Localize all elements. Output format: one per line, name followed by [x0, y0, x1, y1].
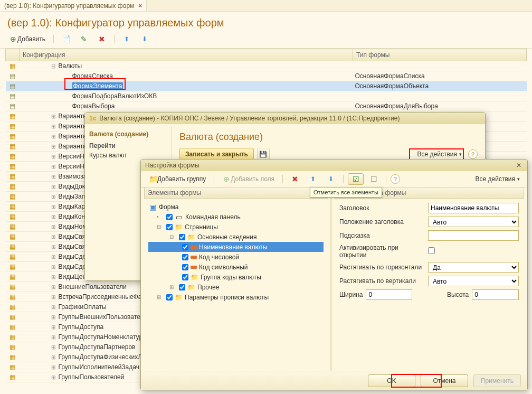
expand-icon[interactable]: ⊞ — [51, 204, 56, 210]
expand-icon[interactable]: ⊞ — [51, 174, 56, 180]
expand-icon[interactable]: ⊞ — [51, 364, 56, 370]
cancel-button[interactable]: Отмена — [421, 374, 468, 387]
tree-checkbox[interactable] — [182, 274, 188, 280]
tree-node-cmd[interactable]: •▭Командная панель — [148, 212, 324, 222]
expand-icon[interactable]: ⊞ — [51, 244, 56, 250]
check-all-button[interactable]: ☑ — [348, 173, 364, 185]
expand-icon[interactable]: ⊞ — [51, 194, 56, 200]
tree-checkbox[interactable] — [182, 264, 188, 270]
prop-stretch-h-select[interactable]: Да — [428, 262, 519, 273]
delete-button[interactable]: ✖ — [94, 33, 110, 45]
expand-icon[interactable]: ⊞ — [51, 354, 56, 360]
table-row[interactable]: ▤ ФормаЭлемента ОсновнаяФормаОбъекта — [6, 81, 527, 91]
tree-node-params[interactable]: ⊞📁Параметры прописи валюты — [148, 292, 324, 302]
expand-icon[interactable]: ⊞ — [51, 124, 56, 129]
copy-button[interactable]: 📄 — [58, 33, 74, 45]
expand-icon[interactable]: ⊞ — [51, 284, 56, 290]
expand-icon[interactable]: ⊞ — [51, 344, 56, 350]
delete-button[interactable]: ✖ — [287, 173, 303, 185]
tree-node-pages[interactable]: ⊟📁Странницы — [148, 222, 324, 232]
row-label: ВидыЗап — [59, 193, 86, 200]
tree-checkbox[interactable] — [179, 234, 185, 240]
expand-icon[interactable]: ⊞ — [51, 264, 56, 270]
prop-activate-checkbox[interactable] — [428, 247, 435, 254]
add-group-button[interactable]: 📁 Добавить группу — [145, 173, 210, 185]
move-down-button[interactable]: ⬇ — [137, 33, 153, 45]
expand-icon[interactable]: ⊞ — [51, 144, 56, 149]
tree-checkbox[interactable] — [182, 244, 188, 250]
expand-icon[interactable]: ⊞ — [51, 304, 56, 310]
tree-checkbox[interactable] — [179, 284, 185, 290]
col-config[interactable]: Конфигурация — [20, 49, 353, 61]
help-icon[interactable]: ? — [468, 149, 478, 159]
add-fields-button[interactable]: ⊕ Добавить поля — [218, 173, 278, 185]
all-actions-dropdown[interactable]: Все действия ▾ — [472, 173, 523, 185]
prop-title-input[interactable] — [428, 203, 519, 213]
tree-checkbox[interactable] — [166, 224, 173, 230]
move-up-button[interactable]: ⬆ — [305, 173, 321, 185]
add-button[interactable]: ⊕ Добавить — [5, 33, 49, 45]
prop-stretch-v-select[interactable]: Авто — [428, 276, 519, 286]
close-icon[interactable]: × — [138, 2, 142, 10]
field-icon — [191, 246, 197, 249]
move-down-button[interactable]: ⬇ — [323, 173, 339, 185]
modal-titlebar[interactable]: Настройка формы ✕ — [141, 160, 527, 171]
move-up-button[interactable]: ⬆ — [119, 33, 135, 45]
row-label: Варианты — [59, 143, 88, 150]
all-actions-dropdown[interactable]: Все действия ▾ — [414, 148, 465, 160]
tree-checkbox[interactable] — [166, 294, 173, 301]
col-type[interactable]: Тип формы — [353, 49, 527, 61]
form-elements-tree[interactable]: ▣Форма •▭Командная панель ⊟📁Странницы ⊟📁… — [144, 199, 328, 305]
prop-height-input[interactable] — [472, 289, 519, 300]
tree-node-code-sym[interactable]: Код символьный — [148, 262, 324, 272]
tree-node-group-codes[interactable]: 📁Группа коды валюты — [148, 272, 324, 282]
tab-configurator[interactable]: (вер 1.0): Конфигуратор управляемых форм… — [0, 0, 147, 11]
expand-icon[interactable]: ⊞ — [51, 334, 56, 340]
table-row[interactable]: ▤ ФормаВыбора ОсновнаяФормаДляВыбора — [6, 101, 527, 111]
close-window-icon[interactable]: ✕ — [515, 162, 523, 169]
uncheck-all-button[interactable]: ☐ — [366, 173, 382, 185]
expand-icon[interactable]: ⊞ — [51, 254, 56, 260]
modal-title-text: Валюта (создание) - КОПИЯ ОПС / Зевеке /… — [99, 115, 400, 122]
tree-node-main[interactable]: ⊟📁Основные сведения — [148, 232, 324, 242]
expand-icon[interactable]: ⊞ — [51, 374, 56, 380]
expand-icon[interactable]: ⊞ — [51, 114, 56, 119]
expand-icon[interactable]: ⊞ — [51, 224, 56, 230]
expand-icon[interactable]: ⊞ — [51, 234, 56, 240]
expand-icon[interactable]: ⊞ — [51, 314, 56, 320]
apply-button[interactable]: Применить — [473, 374, 521, 387]
table-row[interactable]: ▤ ФормаСписка ОсновнаяФормаСписка — [6, 71, 527, 81]
tree-node-form[interactable]: ▣Форма — [148, 202, 324, 212]
prop-titlepos-select[interactable]: Авто — [428, 217, 519, 227]
prop-hint-input[interactable] — [428, 230, 519, 241]
table-row[interactable]: ▤ ФормаПодбораВалютИзОКВ — [6, 91, 527, 101]
expand-icon[interactable]: ⊞ — [51, 294, 56, 300]
ok-button[interactable]: OK — [368, 374, 415, 387]
expand-icon[interactable]: ⊞ — [51, 154, 56, 160]
tree-checkbox[interactable] — [166, 214, 173, 220]
table-row[interactable]: ▦ ⊟Валюты — [6, 61, 527, 71]
expand-icon[interactable]: ⊞ — [51, 214, 56, 220]
tree-node-name[interactable]: Наименование валюты — [148, 242, 324, 252]
check-all-icon: ☑ — [352, 175, 360, 183]
expand-icon[interactable]: ⊞ — [51, 164, 56, 170]
tree-node-other[interactable]: ⊞📁Прочее — [148, 282, 324, 292]
help-icon[interactable]: ? — [391, 174, 400, 184]
expand-icon[interactable]: ⊞ — [51, 134, 56, 139]
modal-titlebar[interactable]: 1с Валюта (создание) - КОПИЯ ОПС / Зевек… — [85, 112, 485, 124]
collapse-icon[interactable]: ⊟ — [169, 234, 175, 240]
expand-icon[interactable]: ⊞ — [169, 284, 175, 290]
tree-node-code-num[interactable]: Код числовой — [148, 252, 324, 262]
expand-icon[interactable]: ⊞ — [51, 274, 56, 280]
prop-width-input[interactable] — [366, 289, 412, 300]
collapse-icon[interactable]: ⊟ — [157, 224, 162, 230]
edit-button[interactable]: ✎ — [76, 33, 92, 45]
expand-icon[interactable]: ⊞ — [51, 324, 56, 330]
nav-link-rates[interactable]: Курсы валют — [89, 152, 167, 159]
expand-icon[interactable]: ⊞ — [51, 184, 56, 190]
tree-checkbox[interactable] — [182, 254, 188, 260]
expand-icon[interactable]: ⊞ — [157, 294, 162, 300]
folder-icon: 📁 — [187, 233, 195, 241]
splitter[interactable] — [330, 187, 332, 371]
collapse-icon[interactable]: ⊟ — [51, 63, 56, 69]
